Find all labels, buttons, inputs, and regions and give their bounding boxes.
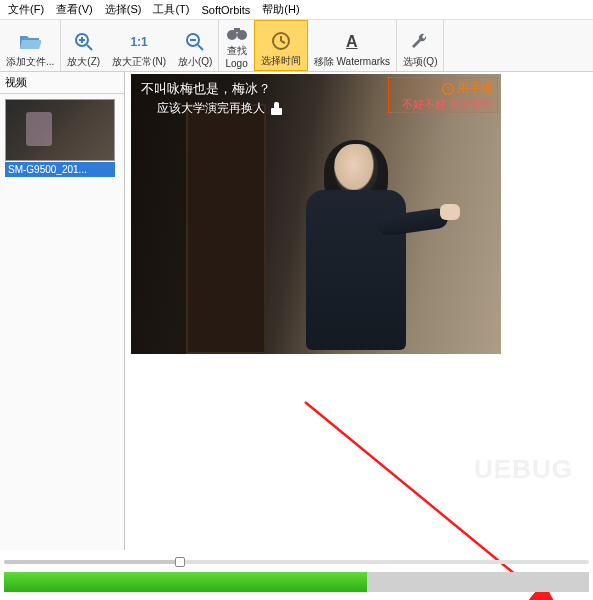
clock-icon: [271, 28, 291, 54]
select-time-button[interactable]: 选择时间: [254, 20, 308, 71]
options-button[interactable]: 选项(Q): [397, 20, 443, 71]
menu-softorbits[interactable]: SoftOrbits: [195, 2, 256, 18]
wrench-icon: [410, 29, 430, 55]
sidebar: 视频 SM-G9500_201...: [0, 72, 125, 550]
menubar: 文件(F) 查看(V) 选择(S) 工具(T) SoftOrbits 帮助(H): [0, 0, 593, 20]
thumbnail-image: [5, 99, 115, 161]
preview-pane: 不叫咏梅也是，梅冰？ 应该大学演完再换人 ? 用手绢 不好不好 再手帮帮 UEB…: [125, 72, 593, 550]
menu-select[interactable]: 选择(S): [99, 0, 148, 19]
thumbnail-label: SM-G9500_201...: [5, 162, 115, 177]
zoom-in-icon: [74, 29, 94, 55]
timeline-slider[interactable]: [4, 560, 589, 564]
svg-text:?: ?: [446, 85, 451, 94]
svg-line-5: [198, 45, 203, 50]
zoom-out-icon: [185, 29, 205, 55]
timeline-knob[interactable]: [175, 557, 185, 567]
menu-tools[interactable]: 工具(T): [147, 0, 195, 19]
watermark-selection-box[interactable]: ? 用手绢 不好不好 再手帮帮: [388, 77, 498, 113]
find-logo-button[interactable]: 查找 Logo: [219, 20, 253, 71]
remove-watermarks-button[interactable]: A 移除 Watermarks: [308, 20, 396, 71]
svg-rect-9: [234, 28, 240, 32]
ratio-icon: 1:1: [130, 29, 147, 55]
zoom-normal-button[interactable]: 1:1 放大正常(N): [106, 20, 172, 71]
overlay-watermark-text: 不好不好 再手帮帮: [402, 97, 493, 112]
video-caption-top: 不叫咏梅也是，梅冰？: [141, 80, 271, 98]
svg-line-1: [87, 45, 92, 50]
menu-file[interactable]: 文件(F): [2, 0, 50, 19]
zoom-out-button[interactable]: 放小(Q): [172, 20, 218, 71]
folder-open-icon: [19, 29, 41, 55]
page-watermark: UEBUG: [474, 454, 573, 485]
content-area: 视频 SM-G9500_201... 不叫咏梅也是，梅冰？ 应该大学演完再换人 …: [0, 72, 593, 550]
help-hint: ? 用手绢: [442, 80, 493, 97]
thumbs-up-icon: [271, 102, 285, 116]
text-a-icon: A: [346, 29, 358, 55]
svg-line-12: [281, 41, 285, 43]
video-thumbnail[interactable]: SM-G9500_201...: [0, 94, 124, 182]
video-frame[interactable]: 不叫咏梅也是，梅冰？ 应该大学演完再换人 ? 用手绢 不好不好 再手帮帮: [131, 74, 501, 354]
sidebar-header: 视频: [0, 72, 124, 94]
zoom-in-button[interactable]: 放大(Z): [61, 20, 106, 71]
binoculars-icon: [226, 22, 248, 44]
processing-progress-bar: [4, 572, 589, 592]
toolbar: 添加文件... 放大(Z) 1:1 放大正常(N) 放小(Q) 查找 Logo: [0, 20, 593, 72]
menu-help[interactable]: 帮助(H): [256, 0, 305, 19]
question-icon: ?: [442, 83, 454, 95]
add-files-button[interactable]: 添加文件...: [0, 20, 60, 71]
video-caption-sub: 应该大学演完再换人: [157, 100, 285, 117]
menu-view[interactable]: 查看(V): [50, 0, 99, 19]
progress-area: [0, 548, 593, 600]
